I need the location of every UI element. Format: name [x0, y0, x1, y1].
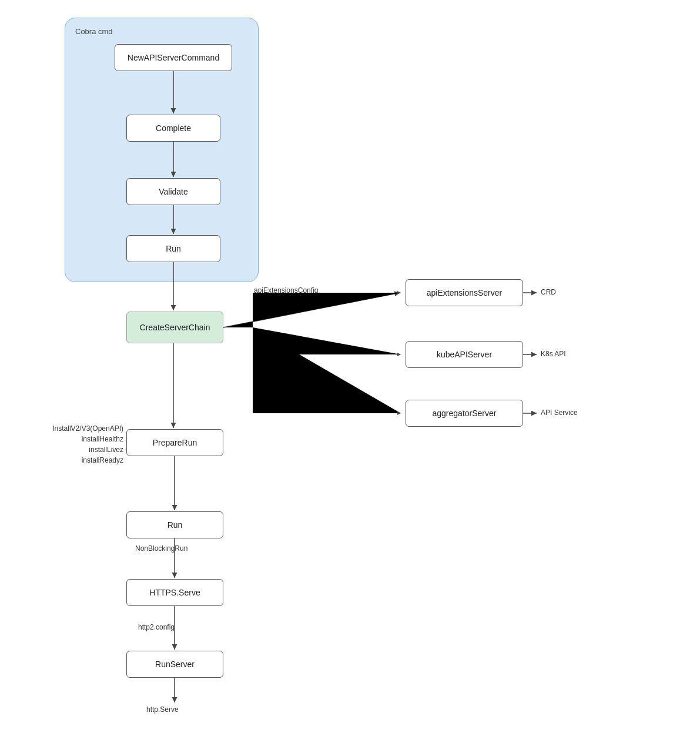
node-api-extensions-server: apiExtensionsServer	[406, 279, 523, 306]
node-run2: Run	[126, 511, 223, 538]
label-api-service: API Service	[541, 409, 578, 417]
label-crd: CRD	[541, 288, 556, 296]
label-api-extensions-config: apiExtensionsConfig	[254, 286, 318, 294]
label-k8s-api: K8s API	[541, 350, 566, 358]
node-prepare-run: PrepareRun	[126, 429, 223, 456]
node-complete: Complete	[126, 115, 220, 142]
label-aggregator-config: aggregatorConfig	[254, 405, 309, 413]
node-run: Run	[126, 235, 220, 262]
node-aggregator-server: aggregatorServer	[406, 400, 523, 427]
label-http-serve: http.Serve	[146, 705, 179, 714]
label-kube-api-server-config: kubeAPIServerConfig	[254, 345, 321, 353]
label-http2-config: http2.config	[138, 623, 175, 631]
svg-line-6	[223, 293, 400, 327]
node-https-serve: HTTPS.Serve	[126, 579, 223, 606]
node-kube-api-server: kubeAPIServer	[406, 341, 523, 368]
diagram: Cobra cmd NewAPIServerCommand Complete V…	[0, 0, 700, 753]
node-run-server: RunServer	[126, 651, 223, 678]
node-new-api-server-command: NewAPIServerCommand	[115, 44, 232, 71]
cobra-cmd-label: Cobra cmd	[75, 27, 113, 36]
label-install-v2v3: InstallV2/V3(OpenAPI) installHealthz ins…	[18, 423, 123, 466]
node-validate: Validate	[126, 178, 220, 205]
node-create-server-chain: CreateServerChain	[126, 312, 223, 343]
label-non-blocking-run: NonBlockingRun	[135, 544, 187, 553]
